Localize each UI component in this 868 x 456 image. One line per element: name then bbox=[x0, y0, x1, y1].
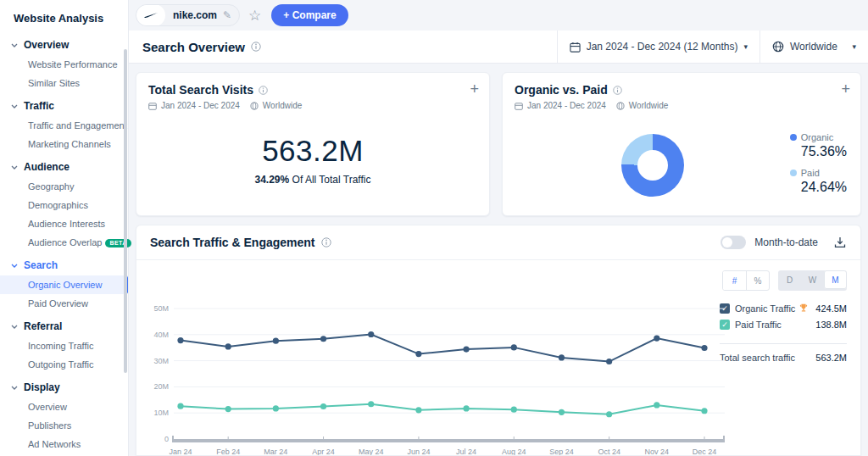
sidebar-item-audience-interests[interactable]: Audience Interests bbox=[0, 214, 128, 233]
month-to-date-toggle[interactable] bbox=[721, 236, 746, 249]
info-icon[interactable] bbox=[321, 237, 331, 247]
legend-label: Paid Traffic bbox=[735, 320, 782, 330]
sidebar-item-website-performance[interactable]: Website Performance bbox=[0, 55, 128, 74]
svg-text:0: 0 bbox=[164, 435, 169, 443]
sidebar-item-ad-networks[interactable]: Ad Networks bbox=[0, 435, 128, 453]
legend-label: Paid bbox=[801, 168, 820, 178]
unit-button-percent[interactable]: % bbox=[746, 271, 769, 290]
svg-text:50M: 50M bbox=[153, 304, 169, 313]
legend-label: Organic Traffic bbox=[735, 303, 795, 314]
unit-button-number[interactable]: # bbox=[723, 271, 746, 290]
info-icon[interactable] bbox=[259, 86, 268, 95]
edit-site-icon[interactable]: ✎ bbox=[221, 9, 239, 21]
sidebar-item-audience-overlap[interactable]: Audience OverlapBETA bbox=[0, 233, 128, 252]
unit-toggle-group: #% bbox=[722, 270, 770, 291]
sidebar-section-audience[interactable]: Audience bbox=[0, 157, 128, 177]
chevron-down-icon bbox=[11, 264, 18, 268]
legend-label: Organic bbox=[801, 132, 834, 142]
trophy-icon bbox=[798, 303, 809, 314]
card-title-text: Total Search Visits bbox=[148, 83, 253, 97]
add-to-dashboard-icon[interactable]: + bbox=[841, 81, 850, 97]
calendar-icon bbox=[570, 42, 581, 53]
svg-text:Nov 24: Nov 24 bbox=[645, 448, 670, 456]
svg-text:Oct 24: Oct 24 bbox=[598, 448, 620, 456]
sidebar-item-organic-overview[interactable]: Organic Overview bbox=[0, 275, 128, 294]
sidebar-section-label: Search bbox=[24, 259, 58, 271]
svg-text:May 24: May 24 bbox=[359, 448, 384, 456]
top-bar: nike.com ✎ ☆ + Compare bbox=[129, 0, 868, 31]
page-title-text: Search Overview bbox=[142, 40, 245, 54]
sidebar-item-publishers[interactable]: Publishers bbox=[0, 416, 128, 435]
favorite-star-icon[interactable]: ☆ bbox=[248, 7, 261, 25]
site-pill[interactable]: nike.com ✎ bbox=[136, 4, 240, 26]
sidebar-section-referral[interactable]: Referral bbox=[0, 316, 128, 336]
granularity-button-m[interactable]: M bbox=[824, 270, 847, 289]
globe-icon bbox=[616, 102, 625, 110]
sidebar-item-overview[interactable]: Overview bbox=[0, 398, 128, 416]
add-to-dashboard-icon[interactable]: + bbox=[470, 81, 479, 97]
date-range-label: Jan 2024 - Dec 2024 (12 Months) bbox=[587, 41, 738, 53]
svg-text:40M: 40M bbox=[153, 331, 169, 339]
page-header: Search Overview Jan 2024 - Dec 2024 (12 … bbox=[129, 31, 868, 64]
card-subtitle: Jan 2024 - Dec 2024 Worldwide bbox=[515, 101, 849, 110]
svg-text:20M: 20M bbox=[153, 382, 169, 391]
sidebar-section-label: Display bbox=[24, 381, 60, 393]
kpi-cards-row: Total Search Visits Jan 2024 - Dec 2024 … bbox=[136, 72, 861, 216]
sidebar-section-label: Referral bbox=[24, 320, 62, 332]
panel-title: Search Traffic & Engagement bbox=[150, 236, 331, 249]
sidebar-item-demographics[interactable]: Demographics bbox=[0, 196, 128, 214]
sidebar-item-geography[interactable]: Geography bbox=[0, 177, 128, 196]
sidebar-item-paid-overview[interactable]: Paid Overview bbox=[0, 294, 128, 313]
share-suffix: Of All Total Traffic bbox=[289, 174, 370, 186]
donut-legend: Organic75.36%Paid24.64% bbox=[790, 132, 847, 203]
chevron-down-icon bbox=[11, 43, 18, 47]
compare-button[interactable]: + Compare bbox=[271, 4, 348, 26]
card-region: Worldwide bbox=[263, 101, 303, 110]
donut-legend-item-organic: Organic75.36% bbox=[790, 132, 847, 159]
granularity-button-d[interactable]: D bbox=[778, 270, 801, 289]
svg-text:Apr 24: Apr 24 bbox=[312, 448, 335, 456]
page-title: Search Overview bbox=[142, 40, 261, 54]
legend-dot-icon bbox=[790, 170, 797, 176]
region-dropdown[interactable]: Worldwide ▾ bbox=[760, 31, 868, 63]
granularity-button-w[interactable]: W bbox=[801, 270, 824, 289]
download-icon[interactable] bbox=[833, 236, 847, 249]
svg-text:Feb 24: Feb 24 bbox=[216, 448, 240, 456]
sidebar: Website Analysis OverviewWebsite Perform… bbox=[0, 0, 129, 456]
total-search-visits-card: Total Search Visits Jan 2024 - Dec 2024 … bbox=[136, 72, 490, 216]
total-search-traffic-row: Total search traffic 563.2M bbox=[720, 353, 847, 363]
sidebar-section-traffic[interactable]: Traffic bbox=[0, 96, 128, 116]
sidebar-item-marketing-channels[interactable]: Marketing Channels bbox=[0, 135, 128, 153]
chevron-down-icon: ▾ bbox=[743, 42, 748, 51]
legend-value: 75.36% bbox=[801, 144, 847, 159]
card-date-range: Jan 2024 - Dec 2024 bbox=[527, 101, 606, 110]
globe-icon bbox=[250, 102, 259, 110]
sidebar-sections: OverviewWebsite PerformanceSimilar Sites… bbox=[0, 35, 128, 456]
sidebar-item-similar-sites[interactable]: Similar Sites bbox=[0, 74, 128, 92]
sidebar-item-traffic-and-engagement[interactable]: Traffic and Engagement bbox=[0, 116, 128, 135]
sidebar-section-overview[interactable]: Overview bbox=[0, 35, 128, 55]
svg-text:Sep 24: Sep 24 bbox=[549, 448, 574, 456]
legend-value: 138.8M bbox=[815, 320, 847, 330]
sidebar-section-search[interactable]: Search bbox=[0, 255, 128, 275]
traffic-line-chart[interactable]: 010M20M30M40M50MJan 24Feb 24Mar 24Apr 24… bbox=[143, 293, 728, 456]
total-label: Total search traffic bbox=[720, 353, 795, 363]
sidebar-section-display[interactable]: Display bbox=[0, 377, 128, 398]
total-search-visits-value: 563.2M bbox=[136, 134, 489, 168]
svg-text:Mar 24: Mar 24 bbox=[264, 448, 287, 456]
chart-legend-item-organic-traffic[interactable]: ✓Organic Traffic424.5M bbox=[720, 303, 847, 314]
sidebar-item-outgoing-traffic[interactable]: Outgoing Traffic bbox=[0, 355, 128, 374]
card-subtitle: Jan 2024 - Dec 2024 Worldwide bbox=[148, 101, 477, 110]
date-range-dropdown[interactable]: Jan 2024 - Dec 2024 (12 Months) ▾ bbox=[557, 31, 760, 63]
sidebar-scrollbar[interactable] bbox=[124, 49, 127, 373]
region-label: Worldwide bbox=[790, 41, 837, 53]
chart-legend: ✓Organic Traffic424.5M✓Paid Traffic138.8… bbox=[720, 303, 847, 363]
info-icon[interactable] bbox=[251, 42, 261, 52]
sidebar-section-label: Traffic bbox=[24, 100, 54, 112]
chart-controls: #% DWM bbox=[722, 270, 847, 291]
sidebar-item-incoming-traffic[interactable]: Incoming Traffic bbox=[0, 336, 128, 355]
info-icon[interactable] bbox=[613, 86, 622, 95]
svg-text:30M: 30M bbox=[153, 357, 169, 365]
chart-legend-item-paid-traffic[interactable]: ✓Paid Traffic138.8M bbox=[720, 320, 847, 330]
organic-paid-donut-chart[interactable] bbox=[621, 134, 684, 197]
